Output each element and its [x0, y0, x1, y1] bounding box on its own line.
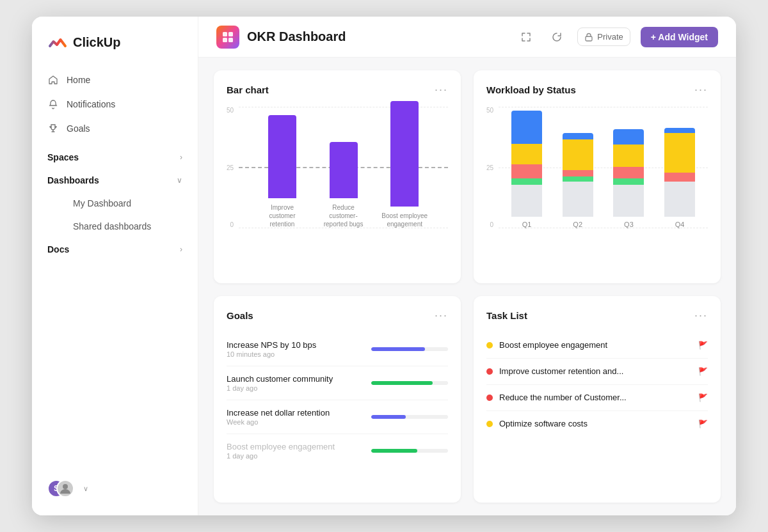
sidebar-item-my-dashboard[interactable]: My Dashboard	[65, 192, 190, 215]
footer-chevron-icon: ∨	[83, 485, 88, 493]
bar-chart-menu[interactable]: ···	[435, 83, 448, 97]
task-flag-3: 🚩	[698, 393, 708, 403]
task-dot-3	[486, 395, 493, 401]
sidebar-section-dashboards-label: Dashboards	[47, 175, 99, 185]
sidebar-section-dashboards[interactable]: Dashboards ∨	[40, 169, 190, 192]
stacked-bars-row: Q1 Q2	[499, 107, 708, 228]
header-right: Private + Add Widget	[516, 27, 718, 47]
goal-bar-track-2	[371, 381, 448, 385]
bar-2	[330, 142, 358, 198]
sidebar-item-notifications[interactable]: Notifications	[40, 92, 190, 116]
goal-time-4: 1 day ago	[227, 452, 335, 460]
q3-seg-red	[613, 167, 644, 178]
bar-chart-area: 50 25 0	[227, 107, 448, 247]
task-dot-2	[486, 368, 493, 375]
bar-label-2: Reduce customer-reported bugs	[318, 203, 369, 228]
q1-label: Q1	[511, 221, 542, 228]
goal-bar-track-1	[371, 347, 448, 351]
sidebar-logo: ClickUp	[32, 32, 198, 68]
task-item-2: Improve customer retention and... 🚩	[486, 359, 708, 385]
bar-chart-title: Bar chart	[227, 84, 269, 95]
svg-point-0	[63, 484, 68, 489]
goal-item-2: Launch customer community 1 day ago	[227, 366, 448, 400]
sidebar-footer: S ∨	[32, 472, 198, 505]
q1-seg-yellow	[511, 144, 542, 164]
stacked-bar-q4: Q4	[664, 128, 695, 228]
sidebar-item-goals-label: Goals	[67, 123, 90, 134]
bar-label-1: Improve customer retention	[257, 203, 308, 228]
stacked-bar-q2: Q2	[563, 133, 593, 228]
sidebar-item-notifications-label: Notifications	[67, 99, 115, 109]
sidebar-section-docs[interactable]: Docs ›	[40, 238, 190, 261]
task-flag-4: 🚩	[698, 419, 708, 429]
chevron-right-docs-icon: ›	[180, 245, 182, 254]
workload-chart-menu[interactable]: ···	[694, 83, 708, 97]
sidebar-item-shared-dashboards[interactable]: Shared dashboards	[65, 215, 190, 238]
q3-seg-base	[613, 185, 644, 217]
dashboard-icon	[216, 26, 239, 49]
task-item-4: Optimize software costs 🚩	[486, 411, 708, 437]
svg-rect-5	[586, 36, 592, 41]
q1-seg-base	[511, 185, 542, 217]
svg-rect-3	[223, 38, 227, 42]
workload-chart-header: Workload by Status ···	[486, 83, 708, 97]
sidebar-item-home[interactable]: Home	[40, 68, 190, 92]
goal-time-3: Week ago	[227, 418, 330, 426]
task-list-header: Task List ···	[486, 309, 708, 322]
task-item-1: Boost employee engagement 🚩	[486, 332, 708, 359]
sidebar-section-spaces-label: Spaces	[47, 152, 79, 162]
sidebar-nav: Home Notifications Goals Spaces ›	[32, 68, 198, 472]
sidebar: ClickUp Home Notifications Goals	[32, 17, 198, 515]
bar-chart-y-axis: 50 25 0	[227, 107, 239, 247]
bar-1	[268, 115, 296, 198]
q1-seg-green	[511, 178, 542, 185]
q3-label: Q3	[613, 221, 644, 228]
goals-widget-menu[interactable]: ···	[435, 309, 448, 322]
q2-label: Q2	[563, 221, 593, 228]
refresh-button[interactable]	[547, 27, 567, 47]
task-list-menu[interactable]: ···	[694, 309, 708, 322]
task-flag-2: 🚩	[698, 366, 708, 377]
goals-list: Increase NPS by 10 bps 10 minutes ago La…	[227, 332, 448, 467]
stacked-chart-area: 50 25 0	[486, 107, 708, 247]
task-flag-1: 🚩	[698, 340, 708, 350]
chevron-right-icon: ›	[180, 153, 182, 162]
task-dot-4	[486, 421, 493, 427]
stacked-bar-q3: Q3	[613, 129, 644, 228]
sidebar-item-shared-dashboards-label: Shared dashboards	[73, 221, 151, 231]
home-icon	[47, 74, 59, 86]
task-list-title: Task List	[486, 310, 527, 321]
dashboard-grid: Bar chart ··· 50 25 0	[198, 58, 736, 515]
workload-chart-widget: Workload by Status ··· 50 25 0	[474, 70, 721, 283]
q4-label: Q4	[664, 221, 695, 228]
sidebar-item-goals[interactable]: Goals	[40, 116, 190, 141]
avatar-profile	[56, 480, 74, 497]
add-widget-button[interactable]: + Add Widget	[641, 27, 718, 47]
clickup-logo-icon	[47, 32, 68, 52]
svg-rect-2	[228, 32, 233, 36]
sidebar-section-docs-label: Docs	[47, 244, 69, 254]
q2-seg-red	[563, 170, 593, 176]
goal-item-1: Increase NPS by 10 bps 10 minutes ago	[227, 332, 448, 366]
goal-name-3: Increase net dollar retention	[227, 408, 330, 418]
goal-item-4: Boost employee engagement 1 day ago	[227, 434, 448, 467]
q4-seg-blue	[664, 128, 695, 133]
q3-seg-blue	[613, 129, 644, 145]
q4-seg-base	[664, 182, 695, 217]
stacked-y-axis: 50 25 0	[486, 107, 499, 247]
page-title: OKR Dashboard	[247, 29, 346, 44]
sidebar-section-spaces[interactable]: Spaces ›	[40, 146, 190, 169]
q2-seg-yellow	[563, 139, 593, 170]
private-badge: Private	[577, 27, 630, 46]
expand-button[interactable]	[516, 27, 536, 47]
task-list-widget: Task List ··· Boost employee engagement …	[474, 296, 721, 503]
task-dot-1	[486, 342, 493, 348]
goal-bar-fill-3	[371, 415, 406, 419]
goal-name-1: Increase NPS by 10 bps	[227, 340, 316, 350]
goal-item-3: Increase net dollar retention Week ago	[227, 400, 448, 434]
bar-group-2: Reduce customer-reported bugs	[318, 142, 369, 228]
bar-3	[390, 101, 419, 207]
q3-seg-green	[613, 178, 644, 185]
goal-bar-fill-1	[371, 347, 425, 351]
user-avatars[interactable]: S	[47, 480, 76, 497]
